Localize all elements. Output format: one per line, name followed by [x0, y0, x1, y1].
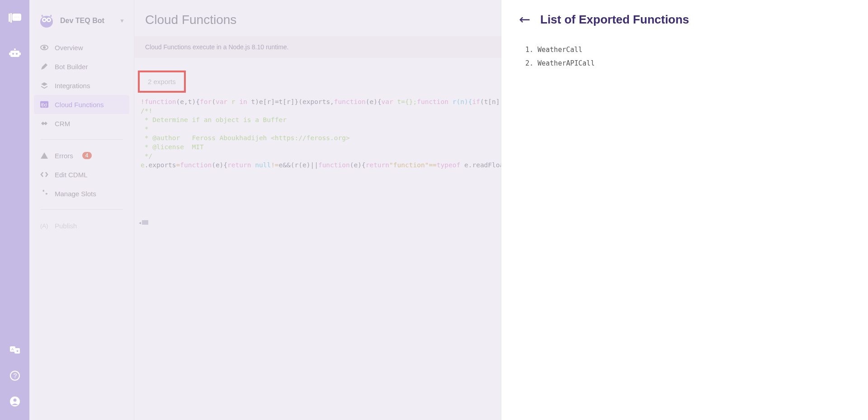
svg-text:A: A: [11, 347, 14, 351]
sidebar-item-cloud-functions[interactable]: f(x) Cloud Functions: [34, 95, 129, 114]
sidebar-item-label: Overview: [55, 44, 83, 52]
main-content: Cloud Functions Cloud Functions execute …: [134, 0, 501, 420]
svg-point-23: [43, 19, 46, 21]
svg-point-24: [48, 19, 50, 21]
svg-text:?: ?: [13, 372, 17, 379]
owl-logo-icon: [38, 13, 55, 29]
warning-icon: [40, 151, 48, 160]
sidebar-item-bot-builder[interactable]: Bot Builder: [34, 57, 129, 76]
app-rail: A★ ?: [0, 0, 29, 420]
help-icon[interactable]: ?: [8, 368, 22, 383]
sidebar-item-overview[interactable]: Overview: [34, 38, 129, 57]
sidebar-item-manage-slots[interactable]: Manage Slots: [34, 184, 129, 203]
svg-point-3: [14, 17, 15, 18]
svg-text:(A): (A): [40, 222, 48, 229]
svg-point-11: [16, 53, 18, 55]
svg-point-26: [43, 46, 46, 49]
exported-functions-list: WeatherCall WeatherAPICall: [519, 46, 850, 67]
exports-count-button[interactable]: 2 exports: [138, 71, 186, 93]
translate-icon[interactable]: A★: [8, 343, 22, 357]
chevron-down-icon: ▼: [119, 18, 125, 24]
sidebar-item-label: Publish: [55, 222, 77, 230]
exported-functions-panel: 🡐 List of Exported Functions WeatherCall…: [501, 0, 868, 420]
svg-point-10: [12, 53, 14, 55]
puzzle-icon: [40, 189, 48, 198]
horizontal-scrollbar[interactable]: ◂: [134, 219, 501, 226]
sidebar-item-integrations[interactable]: Integrations: [34, 76, 129, 95]
svg-rect-9: [19, 52, 21, 55]
fx-icon: f(x): [40, 100, 48, 109]
bot-selector[interactable]: Dev TEQ Bot ▼: [29, 0, 134, 38]
broadcast-icon: (A): [40, 222, 48, 230]
back-button[interactable]: 🡐: [519, 14, 530, 26]
svg-point-19: [13, 399, 16, 402]
sidebar-item-label: Manage Slots: [55, 190, 96, 198]
eye-icon: [40, 43, 48, 52]
sidebar-item-edit-cdml[interactable]: Edit CDML: [34, 165, 129, 184]
sidebar-item-label: Edit CDML: [55, 171, 88, 179]
svg-point-20: [40, 16, 53, 28]
list-item[interactable]: WeatherAPICall: [538, 59, 850, 67]
code-icon: [40, 170, 48, 179]
scroll-thumb[interactable]: [142, 220, 148, 225]
sidebar-item-crm[interactable]: CRM: [34, 114, 129, 133]
list-item[interactable]: WeatherCall: [538, 46, 850, 54]
sidebar-item-label: Bot Builder: [55, 63, 88, 71]
svg-text:★: ★: [16, 349, 19, 353]
panel-title: List of Exported Functions: [540, 13, 689, 27]
svg-rect-1: [11, 13, 11, 22]
sidebar-item-label: Cloud Functions: [55, 101, 104, 109]
svg-text:f(x): f(x): [41, 103, 47, 107]
svg-rect-0: [9, 14, 9, 21]
svg-point-5: [18, 17, 19, 18]
sidebar-item-label: Errors: [55, 152, 73, 160]
code-viewer[interactable]: !function(e,t){for(var r in t)e[r]=t[r]}…: [134, 95, 501, 170]
scroll-left-icon: ◂: [139, 220, 141, 225]
divider: [40, 209, 123, 210]
handshake-icon: [40, 119, 48, 127]
svg-rect-7: [14, 48, 16, 50]
sidebar-item-label: Integrations: [55, 82, 90, 90]
sidebar-item-publish: (A) Publish: [34, 216, 129, 235]
svg-rect-6: [10, 51, 19, 57]
sidebar: Dev TEQ Bot ▼ Overview Bot Builder Integ…: [29, 0, 134, 420]
account-icon[interactable]: [8, 394, 22, 409]
sidebar-item-errors[interactable]: Errors 4: [34, 146, 129, 165]
sidebar-item-label: CRM: [55, 120, 70, 127]
layers-icon: [40, 81, 48, 90]
divider: [40, 139, 123, 140]
errors-badge: 4: [82, 152, 92, 159]
bot-name: Dev TEQ Bot: [60, 17, 104, 25]
pencil-icon: [40, 62, 48, 71]
robot-icon[interactable]: [8, 46, 22, 61]
svg-rect-8: [9, 52, 10, 55]
page-title: Cloud Functions: [134, 13, 501, 36]
chat-icon[interactable]: [8, 11, 22, 26]
svg-point-4: [16, 17, 17, 18]
runtime-info: Cloud Functions execute in a Node.js 8.1…: [134, 36, 501, 58]
